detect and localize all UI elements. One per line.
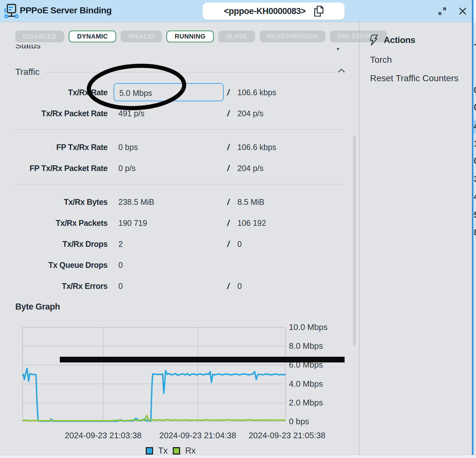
status-badge-slave: SLAVE — [218, 31, 255, 42]
background-window-digit: 5 — [474, 210, 476, 220]
window-title: PPPoE Server Binding — [20, 5, 112, 16]
background-window-digit: 1 — [474, 139, 476, 149]
background-window-digit: 8 — [474, 228, 476, 238]
y-axis-tick: 4.0 Mbps — [289, 379, 323, 389]
y-axis-tick: 6.0 Mbps — [289, 360, 323, 370]
rx-value: 106.6 kbps — [237, 141, 276, 154]
y-axis-tick: 0 bps — [289, 417, 309, 426]
chevron-up-icon[interactable] — [338, 68, 345, 73]
background-window-digit: 0 — [474, 103, 476, 112]
x-axis-tick: 2024-09-23 21:03:38 — [65, 431, 141, 440]
background-window-digit: 3 — [474, 174, 476, 184]
legend-swatch-rx — [173, 447, 180, 454]
row-label: FP Tx/Rx Rate — [14, 141, 108, 154]
byte-graph-legend: TxRx — [146, 446, 196, 456]
actions-heading: Actions — [369, 34, 415, 46]
background-window-digit: 4 — [474, 122, 476, 132]
slash-separator: / — [227, 107, 229, 120]
tx-value: 2 — [118, 238, 123, 250]
row-divider — [14, 184, 344, 184]
status-badge-disabled: DISABLED — [15, 31, 64, 42]
tx-value: 0 — [118, 259, 123, 271]
status-badge-passthrough: PASSTHROUGH — [260, 31, 326, 42]
row-label: FP Tx/Rx Packet Rate — [14, 162, 108, 175]
traffic-row: Tx/Rx Rate5.0 Mbps/106.6 kbps — [0, 86, 359, 99]
section-status: Status — [15, 45, 85, 53]
background-window-digit: 0 — [474, 156, 476, 166]
tx-value: 238.5 MiB — [118, 196, 154, 208]
row-label: Tx/Rx Packet Rate — [14, 107, 108, 120]
traffic-row: Tx/Rx Bytes238.5 MiB/8.5 MiB — [0, 196, 359, 208]
tx-value: 0 — [118, 280, 123, 292]
legend-swatch-tx — [146, 447, 153, 454]
legend-label-tx: Tx — [158, 446, 168, 456]
slash-separator: / — [227, 86, 229, 99]
section-status-label: Status — [15, 45, 85, 51]
identity-text: <pppoe-KH0000083> — [224, 6, 305, 16]
row-divider — [14, 129, 344, 130]
rx-value: 0 — [237, 238, 242, 250]
section-divider — [45, 72, 336, 72]
legend-label-rx: Rx — [185, 446, 196, 456]
y-axis-tick: 8.0 Mbps — [289, 341, 323, 351]
background-window-digit: - — [474, 39, 476, 49]
row-label: Tx/Rx Packets — [14, 217, 108, 229]
tx-value: 0 p/s — [118, 162, 136, 175]
background-window-digit: 0 — [474, 85, 476, 95]
x-axis-tick: 2024-09-23 21:04:38 — [159, 431, 236, 440]
status-badges: DISABLEDDYNAMICINVALIDRUNNINGSLAVEPASSTH… — [15, 31, 387, 42]
action-reset-traffic-counters[interactable]: Reset Traffic Counters — [370, 73, 458, 83]
traffic-row: FP Tx/Rx Rate0 bps/106.6 kbps — [0, 141, 359, 154]
traffic-row: Tx/Rx Packets190 719/106 192 — [0, 217, 359, 229]
rx-value: 8.5 MiB — [237, 196, 264, 208]
traffic-row: Tx/Rx Packet Rate491 p/s/204 p/s — [0, 107, 359, 120]
traffic-row: Tx/Rx Errors0/0 — [0, 280, 359, 292]
status-badge-invalid: INVALID — [121, 31, 162, 42]
slash-separator: / — [227, 196, 229, 208]
close-icon[interactable] — [458, 7, 467, 16]
row-label: Tx/Rx Bytes — [14, 196, 108, 208]
background-window-strip: -004103458 — [473, 0, 476, 458]
y-axis-tick: 2.0 Mbps — [289, 398, 323, 408]
slash-separator: / — [227, 162, 229, 175]
tx-value: 0 bps — [118, 141, 138, 154]
slash-separator: / — [227, 141, 229, 154]
row-label: Tx/Rx Errors — [14, 280, 108, 292]
tx-rate-input[interactable]: 5.0 Mbps — [114, 83, 224, 101]
interface-icon — [4, 4, 19, 19]
slash-separator: / — [227, 217, 229, 229]
section-traffic-label: Traffic — [15, 67, 39, 77]
panel-divider — [359, 22, 360, 458]
slash-separator: / — [227, 280, 229, 292]
traffic-row: Tx/Rx Drops2/0 — [0, 238, 359, 250]
byte-graph-title: Byte Graph — [15, 302, 60, 312]
tx-value: 5.0 Mbps — [119, 87, 152, 99]
identity-pill[interactable]: <pppoe-KH0000083> — [203, 3, 345, 20]
rx-value: 106.6 kbps — [237, 86, 276, 99]
status-badge-dynamic: DYNAMIC — [69, 31, 116, 42]
background-window-digit: 4 — [474, 192, 476, 202]
screen-bottom-strip — [0, 455, 476, 458]
slash-separator: / — [227, 238, 229, 250]
rx-value: 106 192 — [237, 217, 266, 229]
copy-icon[interactable] — [314, 6, 324, 17]
traffic-row: Tx Queue Drops0 — [0, 259, 359, 271]
x-axis-tick: 2024-09-23 21:05:38 — [248, 431, 325, 440]
vertical-scrollbar[interactable] — [353, 135, 356, 346]
traffic-row: FP Tx/Rx Packet Rate0 p/s/204 p/s — [0, 162, 359, 175]
rx-value: 0 — [237, 280, 242, 292]
actions-title: Actions — [384, 35, 415, 45]
action-torch[interactable]: Torch — [370, 55, 392, 65]
y-axis-tick: 10.0 Mbps — [289, 322, 327, 332]
row-label: Tx Queue Drops — [14, 259, 108, 271]
byte-graph — [22, 327, 286, 422]
status-badge-running: RUNNING — [166, 31, 214, 42]
rx-value: 204 p/s — [237, 162, 263, 175]
tx-value: 190 719 — [118, 217, 147, 229]
rx-value: 204 p/s — [237, 107, 263, 120]
chevron-down-icon[interactable]: ▾ — [337, 46, 339, 52]
expand-icon[interactable] — [438, 7, 447, 16]
row-label: Tx/Rx Drops — [14, 238, 108, 250]
tx-value: 491 p/s — [118, 107, 144, 120]
lightning-bolt-icon — [369, 34, 379, 46]
